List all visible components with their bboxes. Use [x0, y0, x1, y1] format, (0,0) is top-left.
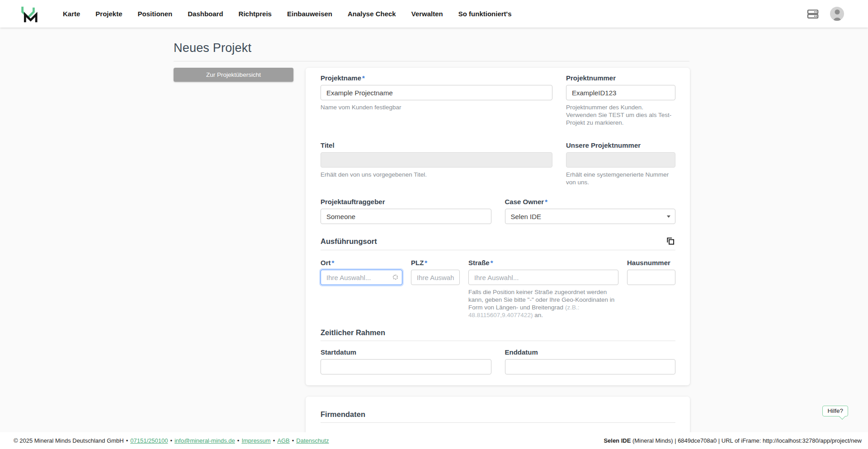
- content-area: Neues Projekt Zur Projektübersicht Proje…: [174, 41, 689, 449]
- titel-field: Titel Erhält den von uns vorgegebenen Ti…: [321, 141, 552, 186]
- nav-item-projekte[interactable]: Projekte: [95, 10, 122, 18]
- strasse-input[interactable]: [468, 270, 618, 285]
- nav-item-richtpreis[interactable]: Richtpreis: [239, 10, 272, 18]
- nav-item-positionen[interactable]: Positionen: [138, 10, 173, 18]
- required-marker: *: [332, 259, 335, 267]
- ausfuehrungsort-section-header: Ausführungsort: [321, 236, 675, 250]
- server-icon[interactable]: [807, 8, 819, 20]
- user-avatar[interactable]: [830, 7, 844, 21]
- case-owner-selected-value: Selen IDE: [511, 213, 542, 220]
- hausnummer-label: Hausnummer: [627, 259, 675, 267]
- footer: © 2025 Mineral Minds Deutschland GmbH•07…: [0, 432, 868, 449]
- left-column: Zur Projektübersicht: [174, 68, 293, 82]
- zeitlicher-rahmen-section-header: Zeitlicher Rahmen: [321, 328, 675, 341]
- top-nav: Karte Projekte Positionen Dashboard Rich…: [0, 0, 868, 28]
- firmendaten-section-header: Firmendaten: [321, 410, 675, 423]
- loading-spinner-icon: [393, 275, 398, 280]
- required-marker: *: [425, 259, 427, 267]
- ausfuehrungsort-heading: Ausführungsort: [321, 237, 377, 246]
- back-to-project-overview-button[interactable]: Zur Projektübersicht: [174, 68, 293, 82]
- page-title: Neues Projekt: [174, 41, 689, 61]
- hausnummer-input[interactable]: [627, 270, 675, 285]
- projektauftraggeber-field: Projektauftraggeber: [321, 198, 491, 224]
- datenschutz-link[interactable]: Datenschutz: [296, 437, 329, 444]
- strasse-field: Straße* Falls die Position keiner Straße…: [468, 259, 618, 319]
- ort-field: Ort*: [321, 259, 402, 319]
- nav-item-so-funktionierts[interactable]: So funktioniert's: [458, 10, 512, 18]
- plz-field: PLZ*: [411, 259, 460, 319]
- agb-link[interactable]: AGB: [277, 437, 289, 444]
- main-nav: Karte Projekte Positionen Dashboard Rich…: [63, 10, 512, 18]
- unsere-projektnummer-field: Unsere Projektnummer Erhält eine systemg…: [566, 141, 675, 186]
- strasse-label: Straße*: [468, 259, 618, 267]
- nav-item-karte[interactable]: Karte: [63, 10, 80, 18]
- firmendaten-heading: Firmendaten: [321, 410, 365, 419]
- nav-item-verwalten[interactable]: Verwalten: [411, 10, 443, 18]
- case-owner-field: Case Owner* Selen IDE: [505, 198, 676, 224]
- copyright-text: © 2025 Mineral Minds Deutschland GmbH: [14, 437, 124, 444]
- unsere-projektnummer-label: Unsere Projektnummer: [566, 141, 675, 149]
- projektname-label: Projektname*: [321, 74, 552, 82]
- phone-link[interactable]: 07151/250100: [130, 437, 168, 444]
- projektnummer-label: Projektnummer: [566, 74, 675, 82]
- titel-helper: Erhält den von uns vorgegebenen Titel.: [321, 171, 552, 178]
- titel-label: Titel: [321, 141, 552, 149]
- status-details: (Mineral Minds) | 6849dce708a0 | URL of …: [631, 437, 862, 444]
- ort-input[interactable]: [321, 270, 402, 285]
- header-actions: [807, 7, 844, 21]
- copy-icon[interactable]: [665, 236, 675, 246]
- required-marker: *: [362, 74, 365, 82]
- case-owner-label: Case Owner*: [505, 198, 676, 206]
- email-link[interactable]: info@mineral-minds.de: [175, 437, 235, 444]
- avatar-head-icon: [835, 9, 840, 14]
- startdatum-label: Startdatum: [321, 348, 491, 356]
- projektname-field: Projektname* Name vom Kunden festlegbar: [321, 74, 552, 126]
- enddatum-field: Enddatum: [505, 348, 676, 374]
- projektnummer-helper: Projektnummer des Kunden. Verwenden Sie …: [566, 103, 675, 126]
- startdatum-field: Startdatum: [321, 348, 491, 374]
- avatar-body-icon: [832, 18, 842, 21]
- zeitlicher-rahmen-heading: Zeitlicher Rahmen: [321, 328, 385, 337]
- projektname-input[interactable]: [321, 85, 552, 100]
- chevron-down-icon: [667, 215, 670, 218]
- startdatum-input[interactable]: [321, 359, 491, 374]
- required-marker: *: [491, 259, 493, 267]
- projektauftraggeber-input[interactable]: [321, 209, 491, 224]
- footer-left: © 2025 Mineral Minds Deutschland GmbH•07…: [14, 437, 329, 444]
- strasse-helper: Falls die Position keiner Straße zugeord…: [468, 288, 618, 319]
- projektauftraggeber-label: Projektauftraggeber: [321, 198, 491, 206]
- case-owner-select[interactable]: Selen IDE: [505, 209, 676, 224]
- plz-label: PLZ*: [411, 259, 460, 267]
- nav-item-dashboard[interactable]: Dashboard: [188, 10, 223, 18]
- enddatum-label: Enddatum: [505, 348, 676, 356]
- projektnummer-field: Projektnummer Projektnummer des Kunden. …: [566, 74, 675, 126]
- required-marker: *: [545, 198, 547, 206]
- projektnummer-input[interactable]: [566, 85, 675, 100]
- nav-item-analyse-check[interactable]: Analyse Check: [348, 10, 396, 18]
- mineral-minds-logo-icon[interactable]: [19, 5, 38, 23]
- unsere-projektnummer-helper: Erhält eine systemgenerierte Nummer von …: [566, 171, 675, 186]
- impressum-link[interactable]: Impressum: [241, 437, 270, 444]
- nav-item-einbauweisen[interactable]: Einbauweisen: [287, 10, 332, 18]
- titel-input: [321, 152, 552, 168]
- status-user: Selen IDE: [604, 437, 631, 444]
- unsere-projektnummer-input: [566, 152, 675, 168]
- project-form-card: Projektname* Name vom Kunden festlegbar …: [306, 68, 690, 385]
- plz-input[interactable]: [411, 270, 460, 285]
- ort-label: Ort*: [321, 259, 402, 267]
- footer-status: Selen IDE (Mineral Minds) | 6849dce708a0…: [604, 437, 862, 444]
- enddatum-input[interactable]: [505, 359, 676, 374]
- projektname-helper: Name vom Kunden festlegbar: [321, 103, 552, 111]
- help-button[interactable]: Hilfe?: [822, 406, 848, 416]
- hausnummer-field: Hausnummer: [627, 259, 675, 319]
